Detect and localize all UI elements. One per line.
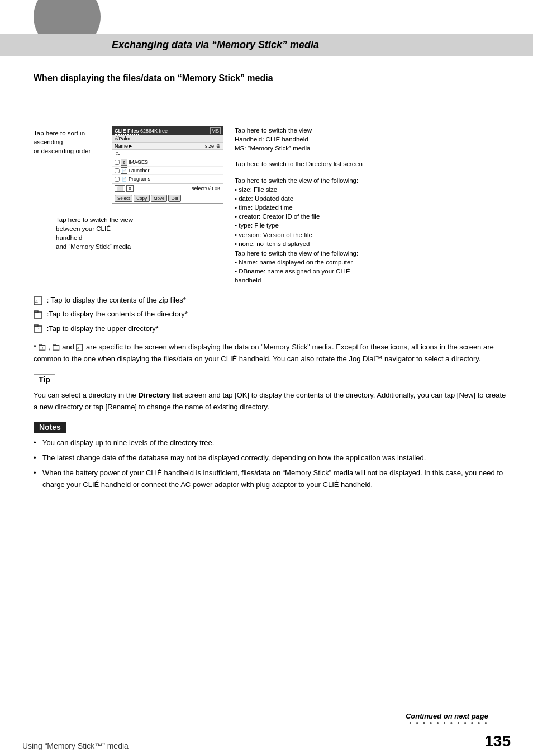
annotation-switch-view: Tap here to switch the view between your… (56, 215, 137, 251)
btn-del[interactable]: Del (168, 195, 180, 202)
col-expand: ⊕ (216, 143, 221, 149)
svg-text:Z: Z (35, 299, 38, 304)
device-ms-indicator: MS (210, 127, 221, 134)
annotation-switch-handheld: Tap here to switch the view Handheld: CL… (235, 126, 380, 153)
col-size: size (205, 143, 214, 149)
continued-text: Continued on next page • • • • • • • • •… (406, 712, 488, 726)
footer-page-title: Using “Memory Stick™” media (22, 741, 129, 750)
note-item-3: When the battery power of your CLIÉ han… (34, 467, 511, 491)
btn-select[interactable]: Select (115, 195, 132, 202)
footer-divider (22, 729, 511, 729)
file-row-launcher: 📄 Launcher (112, 167, 223, 175)
device-buttons: Select Copy Move Del (112, 193, 223, 203)
device-col-header: Name► size ⊕ (112, 143, 223, 150)
footer-page-number: 135 (484, 733, 511, 750)
fn-icon-dir (53, 344, 60, 351)
footer-icon-1: ⬜ (115, 185, 125, 192)
file-row-up: 🗂 . (112, 150, 223, 158)
header-bar: Exchanging data via “Memory Stick” media (0, 34, 533, 56)
page-title: Exchanging data via “Memory Stick” media (112, 39, 516, 51)
fn-icon-up: ↑ (39, 344, 46, 351)
footer-select: select:0/0.0K (192, 186, 221, 191)
diagram-area: Tap here to sort in ascending or descend… (34, 92, 511, 282)
footnote-text: are specific to the screen when displayi… (34, 343, 494, 363)
col-name: Name► (115, 143, 133, 149)
annotation-dir-list: Tap here to switch to the Directory list… (235, 159, 380, 168)
device-screen: CLIE Files 62864K free MS é/Palm Name► s… (112, 126, 223, 204)
icon-desc-up: ↑ :Tap to display the upper directory* (34, 322, 511, 335)
device-path: é/Palm (112, 135, 223, 143)
svg-text:↑: ↑ (41, 346, 44, 350)
file-row-programs: 📄 Programs (112, 175, 223, 183)
file-icon-programs: 📄 (121, 176, 127, 182)
file-checkbox-programs[interactable] (115, 177, 120, 182)
file-checkbox-launcher[interactable] (115, 168, 120, 173)
file-icon-images: Z (121, 159, 127, 166)
device-footer: ⬜ ≡ select:0/0.0K (112, 183, 223, 193)
main-content: When displaying the files/data on “Memor… (0, 56, 533, 505)
btn-copy[interactable]: Copy (134, 195, 150, 202)
svg-text:↑: ↑ (37, 327, 40, 332)
icon-desc-zip: Z : Tap to display the contents of the z… (34, 294, 511, 306)
file-row-images: Z IMAGES (112, 158, 223, 167)
fn-icon-zip: Z (76, 344, 84, 351)
note-item-2: The latest change date of the database m… (34, 452, 511, 464)
footer-bottom: Using “Memory Stick™” media 135 (22, 733, 511, 750)
icon-desc-dir: :Tap to display the contents of the dire… (34, 308, 511, 320)
notes-list: You can display up to nine levels of the… (34, 437, 511, 490)
tip-bold-text: Directory list (138, 391, 182, 399)
annotation-view-options: Tap here to switch the view of the follo… (235, 176, 380, 248)
svg-text:Z: Z (78, 346, 80, 349)
file-icon-launcher: 📄 (121, 167, 127, 174)
device-header: CLIE Files 62864K free MS (112, 126, 223, 135)
asterisk: * (34, 343, 39, 351)
icon-descriptions: Z : Tap to display the contents of the z… (34, 294, 511, 335)
btn-move[interactable]: Move (151, 195, 168, 202)
zip-icon: Z (34, 296, 44, 305)
file-checkbox-images[interactable] (115, 160, 120, 165)
note-item-1: You can display up to nine levels of the… (34, 437, 511, 449)
footer-icons: ⬜ ≡ (115, 185, 134, 192)
dir-icon (34, 310, 44, 319)
footnote: * ↑ , and Z are specific to the screen w… (34, 342, 511, 365)
notes-label: Notes (34, 422, 66, 433)
up-icon: ↑ (34, 324, 44, 333)
annotation-name-options: Tap here to switch the view of the follo… (235, 249, 380, 285)
tip-label: Tip (39, 375, 50, 384)
device-title: CLIE Files (115, 128, 139, 135)
page-footer: Continued on next page • • • • • • • • •… (0, 723, 533, 756)
file-icon-up: 🗂 (115, 150, 121, 157)
tip-text: You can select a directory in the Direct… (34, 390, 511, 413)
footer-icon-2: ≡ (126, 185, 134, 192)
annotation-sort: Tap here to sort in ascending or descend… (34, 129, 106, 155)
tip-box: Tip (34, 374, 55, 385)
section-title: When displaying the files/data on “Memor… (34, 73, 511, 83)
